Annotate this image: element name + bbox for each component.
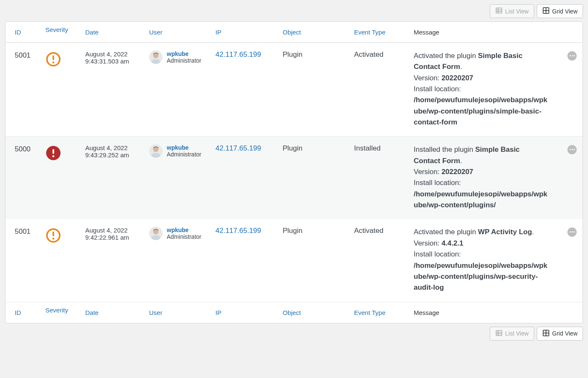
avatar <box>149 50 163 64</box>
grid-view-button[interactable]: Grid View <box>537 4 583 18</box>
col-id[interactable]: ID <box>5 302 41 323</box>
table-row: 5000August 4, 20229:43:29.252 amwpkubeAd… <box>5 137 583 219</box>
cell-user: wpkubeAdministrator <box>145 43 211 137</box>
col-id[interactable]: ID <box>5 22 41 43</box>
time-value: 9:43:31.503 am <box>85 58 141 65</box>
cell-id: 5001 <box>5 219 41 302</box>
user-name-link[interactable]: wpkube <box>167 227 201 233</box>
cell-object: Plugin <box>278 43 350 137</box>
date-value: August 4, 2022 <box>85 50 141 58</box>
grid-icon <box>542 7 550 16</box>
cell-actions <box>562 219 583 302</box>
ip-link[interactable]: 42.117.65.199 <box>215 227 261 235</box>
cell-event-type: Activated <box>350 43 410 137</box>
cell-message: Activated the plugin Simple Basic Contac… <box>410 43 562 137</box>
col-event-type[interactable]: Event Type <box>350 22 410 43</box>
cell-date: August 4, 20229:42:22.961 am <box>81 219 145 302</box>
col-message: Message <box>410 302 562 323</box>
avatar <box>149 227 163 240</box>
cell-message: Installed the plugin Simple Basic Contac… <box>410 137 562 219</box>
table-header: ID Severity Date User IP Object Event Ty… <box>5 22 583 43</box>
severity-warning-icon <box>45 227 61 243</box>
list-view-label: List View <box>505 330 529 337</box>
date-value: August 4, 2022 <box>85 227 141 234</box>
svg-rect-18 <box>52 232 54 236</box>
svg-rect-22 <box>496 330 502 336</box>
cell-date: August 4, 20229:43:29.252 am <box>81 137 145 219</box>
cell-event-type: Installed <box>350 137 410 219</box>
cell-ip: 42.117.65.199 <box>211 137 278 219</box>
col-object[interactable]: Object <box>278 22 350 43</box>
more-actions-button[interactable] <box>567 227 577 237</box>
cell-severity <box>41 137 81 219</box>
col-user[interactable]: User <box>145 302 211 323</box>
ip-link[interactable]: 42.117.65.199 <box>215 144 261 152</box>
cell-severity <box>41 43 81 137</box>
cell-object: Plugin <box>278 137 350 219</box>
svg-rect-0 <box>496 8 502 13</box>
activity-log-table: ID Severity Date User IP Object Event Ty… <box>5 21 583 323</box>
svg-rect-8 <box>52 56 54 60</box>
cell-date: August 4, 20229:43:31.503 am <box>81 43 145 137</box>
table-footer: ID Severity Date User IP Object Event Ty… <box>5 302 583 323</box>
cell-id: 5000 <box>5 137 41 219</box>
col-ip[interactable]: IP <box>211 22 278 43</box>
grid-view-label: Grid View <box>552 330 578 337</box>
col-actions <box>562 22 583 43</box>
col-ip[interactable]: IP <box>211 302 278 323</box>
svg-point-19 <box>52 238 55 240</box>
cell-ip: 42.117.65.199 <box>211 43 278 137</box>
more-actions-button[interactable] <box>567 145 577 154</box>
time-value: 9:43:29.252 am <box>85 151 141 159</box>
grid-icon <box>542 329 550 338</box>
col-severity[interactable]: Severity <box>41 302 81 323</box>
list-icon <box>495 329 503 338</box>
svg-rect-13 <box>52 149 54 154</box>
svg-point-9 <box>52 61 55 63</box>
view-toolbar-top: List View Grid View <box>5 3 583 21</box>
ip-link[interactable]: 42.117.65.199 <box>215 50 261 58</box>
user-role: Administrator <box>167 151 201 158</box>
table-row: 5001August 4, 20229:42:22.961 amwpkubeAd… <box>5 219 583 302</box>
cell-ip: 42.117.65.199 <box>211 219 278 302</box>
cell-actions <box>562 137 583 219</box>
cell-severity <box>41 219 81 302</box>
severity-critical-icon <box>45 145 61 161</box>
grid-view-button[interactable]: Grid View <box>537 327 583 341</box>
cell-user: wpkubeAdministrator <box>145 137 211 219</box>
severity-warning-icon <box>45 51 61 67</box>
view-toolbar-bottom: List View Grid View <box>5 323 583 344</box>
more-actions-button[interactable] <box>567 51 577 61</box>
col-event-type[interactable]: Event Type <box>350 302 410 323</box>
cell-message: Activated the plugin WP Activity Log.Ver… <box>410 219 562 302</box>
cell-actions <box>562 43 583 137</box>
list-view-button[interactable]: List View <box>490 327 534 341</box>
cell-object: Plugin <box>278 219 350 302</box>
col-user[interactable]: User <box>145 22 211 43</box>
list-icon <box>495 7 503 16</box>
col-severity[interactable]: Severity <box>41 22 81 43</box>
svg-point-14 <box>52 156 55 158</box>
table-row: 5001August 4, 20229:43:31.503 amwpkubeAd… <box>5 43 583 137</box>
col-date[interactable]: Date <box>81 22 145 43</box>
list-view-button[interactable]: List View <box>490 4 534 18</box>
col-date[interactable]: Date <box>81 302 145 323</box>
user-name-link[interactable]: wpkube <box>167 144 201 151</box>
user-role: Administrator <box>167 57 201 64</box>
col-actions <box>562 302 583 323</box>
time-value: 9:42:22.961 am <box>85 234 141 241</box>
user-role: Administrator <box>167 233 201 240</box>
cell-user: wpkubeAdministrator <box>145 219 211 302</box>
cell-id: 5001 <box>5 43 41 137</box>
col-message: Message <box>410 22 562 43</box>
user-name-link[interactable]: wpkube <box>167 50 201 57</box>
grid-view-label: Grid View <box>552 8 578 15</box>
date-value: August 4, 2022 <box>85 144 141 151</box>
list-view-label: List View <box>505 8 529 15</box>
cell-event-type: Activated <box>350 219 410 302</box>
avatar <box>149 144 163 158</box>
col-object[interactable]: Object <box>278 302 350 323</box>
